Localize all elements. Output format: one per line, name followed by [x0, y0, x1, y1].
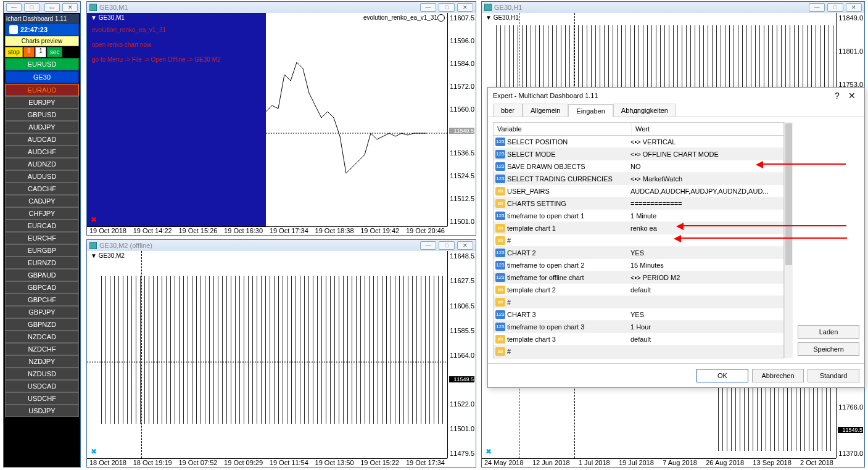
dialog-titlebar[interactable]: Expert - Multichart Dashboard 1.11 ? ✕ [488, 88, 864, 104]
var-value[interactable]: 1 Hour [630, 323, 783, 331]
charts-preview-button[interactable]: Charts preview [5, 36, 79, 46]
close-icon[interactable]: ✕ [457, 241, 473, 250]
maximize-icon[interactable]: □ [24, 3, 39, 12]
grid-rows[interactable]: 123SELECT POSITION<•> VERTICAL123SELECT … [494, 136, 783, 358]
var-value[interactable]: default [630, 336, 783, 343]
symbol-audnzd[interactable]: AUDNZD [5, 158, 79, 170]
var-value[interactable]: 15 Minutes [630, 262, 783, 269]
input-row[interactable]: 123timeframe for offline chart<•> PERIOD… [494, 271, 783, 284]
tab-eingaben[interactable]: Eingaben [568, 104, 613, 117]
var-value[interactable]: YES [630, 311, 783, 318]
symbol-ge30[interactable]: GE30 [5, 70, 79, 84]
col-variable[interactable]: Variable [494, 123, 632, 135]
input-row[interactable]: abtemplate chart 2default [494, 284, 783, 296]
restore-icon[interactable]: ▭ [44, 3, 60, 12]
chart1-titlebar[interactable]: GE30,M1 — □ ✕ [87, 2, 476, 13]
scroll-thumb[interactable] [785, 123, 792, 265]
chart1-body[interactable]: ▼ GE30,M1 evolution_renko_ea_v1_31 open … [87, 13, 476, 235]
maximize-icon[interactable]: □ [439, 3, 455, 12]
var-value[interactable]: <•> VERTICAL [630, 138, 783, 146]
scrollbar[interactable] [784, 122, 793, 358]
input-row[interactable]: 123SELECT TRADING CURRENCIES<•> MarketWa… [494, 173, 783, 185]
tab-allgemein[interactable]: Allgemein [523, 104, 568, 117]
input-row[interactable]: 123timeframe to open chart 31 Hour [494, 321, 783, 333]
symbol-nzdcad[interactable]: NZDCAD [5, 331, 79, 343]
input-row[interactable]: 123timeframe to open chart 11 Minute [494, 210, 783, 222]
symbol-usdjpy[interactable]: USDJPY [5, 405, 79, 417]
symbol-cadjpy[interactable]: CADJPY [5, 195, 79, 207]
minimize-icon[interactable]: — [420, 3, 436, 12]
var-value[interactable]: <•> MarketWatch [630, 175, 783, 183]
input-row[interactable]: 123SAVE DRAWN OBJECTSNO [494, 160, 783, 173]
input-row[interactable]: abCHARTS SETTING============= [494, 197, 783, 210]
chart2-body[interactable]: ▼ GE30,M2 ✖ 11648.511627.511606.511585.5… [87, 251, 476, 467]
symbol-audcad[interactable]: AUDCAD [5, 133, 79, 146]
var-value[interactable]: <•> OFFLINE CHART MODE [630, 150, 783, 158]
minimize-icon[interactable]: — [420, 241, 436, 250]
minimize-icon[interactable]: — [6, 3, 22, 12]
var-value[interactable]: 1 Minute [630, 212, 783, 220]
load-button[interactable]: Laden [798, 325, 859, 339]
symbol-eurnzd[interactable]: EURNZD [5, 257, 79, 269]
symbol-usdchf[interactable]: USDCHF [5, 392, 79, 405]
close-icon[interactable]: ✕ [845, 91, 859, 101]
input-row[interactable]: 123CHART 3YES [494, 308, 783, 321]
sec-button[interactable]: sec [47, 47, 63, 57]
chart3-titlebar[interactable]: GE30,H1 — □ ✕ [482, 2, 864, 13]
stop-button[interactable]: stop [5, 47, 23, 57]
input-row[interactable]: 123CHART 2YES [494, 247, 783, 259]
minimize-icon[interactable]: — [809, 3, 825, 12]
col-value[interactable]: Wert [632, 123, 783, 135]
input-row[interactable]: ab# [494, 296, 783, 308]
symbol-audjpy[interactable]: AUDJPY [5, 121, 79, 133]
symbol-gbpusd[interactable]: GBPUSD [5, 109, 79, 121]
input-row[interactable]: abtemplate chart 3default [494, 333, 783, 345]
input-row[interactable]: 123SELECT MODE<•> OFFLINE CHART MODE [494, 148, 783, 160]
input-row[interactable]: abUSER_PAIRSAUDCAD,AUDCHF,AUDJPY,AUDNZD,… [494, 185, 783, 197]
close-icon[interactable]: ✕ [62, 3, 78, 12]
symbol-eurusd[interactable]: EURUSD [5, 58, 79, 70]
tab-abhдngigkeiten[interactable]: Abhдngigkeiten [613, 104, 676, 117]
var-value[interactable]: YES [630, 249, 783, 257]
input-row[interactable]: ab# [494, 234, 783, 247]
maximize-icon[interactable]: □ [439, 241, 455, 250]
var-value[interactable]: <•> PERIOD M2 [630, 274, 783, 281]
symbol-nzdchf[interactable]: NZDCHF [5, 343, 79, 355]
symbol-audusd[interactable]: AUDUSD [5, 170, 79, 183]
number-field[interactable]: 1 [35, 47, 46, 57]
help-icon[interactable]: ? [830, 91, 845, 101]
symbol-chfjpy[interactable]: CHFJPY [5, 207, 79, 220]
symbol-eurcad[interactable]: EURCAD [5, 220, 79, 232]
chart2-titlebar[interactable]: GE30,M2 (offline) — □ ✕ [87, 240, 476, 251]
input-row[interactable]: abtemplate chart 1renko ea [494, 222, 783, 234]
symbol-gbpaud[interactable]: GBPAUD [5, 269, 79, 281]
symbol-usdcad[interactable]: USDCAD [5, 380, 79, 392]
var-value[interactable]: ============= [630, 200, 783, 207]
pause-button[interactable]: II [23, 47, 35, 57]
symbol-nzdusd[interactable]: NZDUSD [5, 368, 79, 380]
symbol-eurchf[interactable]: EURCHF [5, 232, 79, 244]
symbol-audchf[interactable]: AUDCHF [5, 146, 79, 158]
panel-titlebar[interactable]: — □ ▭ ✕ [4, 2, 80, 13]
maximize-icon[interactable]: □ [827, 3, 843, 12]
ok-button[interactable]: OK [696, 369, 748, 382]
symbol-gbpjpy[interactable]: GBPJPY [5, 306, 79, 318]
tab-bber[interactable]: bber [493, 104, 523, 117]
cancel-button[interactable]: Abbrechen [752, 369, 804, 382]
symbol-cadchf[interactable]: CADCHF [5, 183, 79, 195]
input-row[interactable]: 123SELECT POSITION<•> VERTICAL [494, 136, 783, 148]
symbol-euraud[interactable]: EURAUD [5, 84, 79, 96]
standard-button[interactable]: Standard [808, 369, 859, 382]
save-button[interactable]: Speichern [798, 342, 859, 356]
symbol-gbpnzd[interactable]: GBPNZD [5, 318, 79, 331]
close-icon[interactable]: ✕ [457, 3, 473, 12]
symbol-gbpchf[interactable]: GBPCHF [5, 294, 79, 306]
input-row[interactable]: ab# [494, 345, 783, 358]
var-value[interactable]: default [630, 286, 783, 294]
symbol-gbpcad[interactable]: GBPCAD [5, 281, 79, 294]
close-icon[interactable]: ✕ [846, 3, 862, 12]
symbol-eurjpy[interactable]: EURJPY [5, 96, 79, 109]
var-value[interactable]: AUDCAD,AUDCHF,AUDJPY,AUDNZD,AUD... [630, 188, 783, 195]
input-row[interactable]: 123timeframe to open chart 215 Minutes [494, 259, 783, 271]
symbol-eurgbp[interactable]: EURGBP [5, 244, 79, 257]
